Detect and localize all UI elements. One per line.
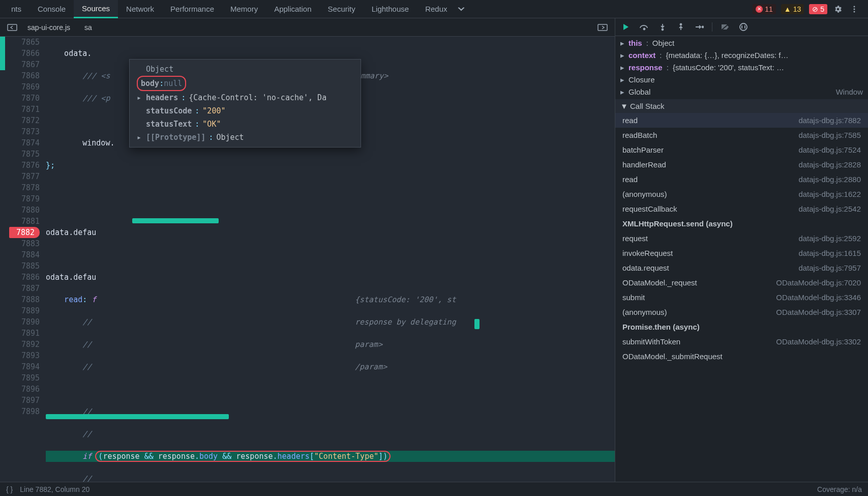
teal-highlight (474, 319, 480, 329)
tab-redux[interactable]: Redux (417, 1, 455, 17)
pretty-print-icon[interactable]: { } (6, 485, 13, 493)
step-into-icon[interactable] (657, 21, 668, 33)
step-icon[interactable] (694, 21, 705, 33)
current-execution-line: if (response && response.body && respons… (46, 451, 615, 462)
debugger-side-panel: ▸this:Object ▸context:{metadata: {…}, re… (615, 18, 868, 482)
resume-icon[interactable] (620, 21, 632, 33)
line-number[interactable]: 7887 (0, 283, 40, 294)
more-tabs-icon[interactable] (456, 4, 467, 15)
tab-network[interactable]: Network (118, 1, 162, 17)
line-number[interactable]: 7893 (0, 350, 40, 361)
call-stack-frame[interactable]: requestCallbackdatajs-dbg.js:2542 (615, 201, 868, 216)
line-number[interactable]: 7889 (0, 305, 40, 316)
line-number[interactable]: 7871 (0, 104, 40, 115)
coverage-status: Coverage: n/a (817, 485, 862, 493)
call-stack-frame[interactable]: ODataModel._submitRequest (615, 349, 868, 364)
call-stack-frame[interactable]: (anonymous)datajs-dbg.js:1622 (615, 187, 868, 201)
line-number[interactable]: 7872 (0, 115, 40, 126)
scope-closure[interactable]: ▸Closure (615, 74, 868, 86)
error-count-badge[interactable]: ✕11 (753, 4, 776, 14)
line-number[interactable]: 7892 (0, 339, 40, 350)
line-number[interactable]: 7867 (0, 59, 40, 70)
call-stack-frame[interactable]: readdatajs-dbg.js:2880 (615, 172, 868, 187)
call-stack-frame[interactable]: handlerReaddatajs-dbg.js:2828 (615, 157, 868, 172)
settings-gear-icon[interactable] (832, 4, 844, 15)
line-number[interactable]: 7882 (9, 227, 40, 238)
line-number[interactable]: 7876 (0, 160, 40, 171)
svg-point-8 (702, 26, 704, 28)
nav-forward-icon[interactable] (594, 22, 611, 33)
call-stack-frame[interactable]: readdatajs-dbg.js:7882 (615, 113, 868, 128)
line-number[interactable]: 7869 (0, 81, 40, 93)
step-over-icon[interactable] (639, 21, 650, 33)
line-number[interactable]: 7898 (0, 406, 40, 417)
line-number[interactable]: 7886 (0, 272, 40, 283)
cursor-position: Line 7882, Column 20 (20, 485, 89, 493)
call-stack-frame[interactable]: ODataModel._requestODataModel-dbg.js:702… (615, 275, 868, 290)
call-stack-frame[interactable]: invokeRequestdatajs-dbg.js:1615 (615, 246, 868, 260)
svg-point-6 (662, 29, 664, 31)
debugger-controls (615, 18, 868, 36)
scope-this[interactable]: ▸this:Object (615, 37, 868, 49)
warning-count-badge[interactable]: ▲13 (781, 4, 804, 14)
line-number[interactable]: 7883 (0, 238, 40, 249)
scrollbar-horizontal[interactable] (46, 414, 229, 419)
step-out-icon[interactable] (675, 21, 686, 33)
line-number[interactable]: 7877 (0, 171, 40, 182)
tab-sources[interactable]: Sources (74, 0, 118, 18)
call-stack-frame[interactable]: batchParserdatajs-dbg.js:7524 (615, 142, 868, 157)
tab-console[interactable]: Console (29, 1, 74, 17)
teal-highlight (132, 218, 219, 223)
call-stack-frame[interactable]: submitWithTokenODataModel-dbg.js:3302 (615, 334, 868, 349)
call-stack-header[interactable]: ▼ Call Stack (615, 99, 868, 113)
line-number[interactable]: 7890 (0, 316, 40, 328)
code-editor[interactable]: 7865786678677868786978707871787278737874… (0, 37, 615, 482)
inline-hint: response by delegating (355, 316, 456, 328)
call-stack-frame[interactable]: readBatchdatajs-dbg.js:7585 (615, 128, 868, 142)
line-number[interactable]: 7888 (0, 294, 40, 305)
issues-count-badge[interactable]: ⊘5 (809, 4, 827, 14)
tab-memory[interactable]: Memory (222, 1, 266, 17)
line-number[interactable]: 7881 (0, 216, 40, 227)
tab-performance[interactable]: Performance (162, 1, 222, 17)
line-number[interactable]: 7866 (0, 48, 40, 59)
line-number[interactable]: 7885 (0, 260, 40, 272)
line-number[interactable]: 7878 (0, 182, 40, 193)
kebab-menu-icon[interactable] (849, 4, 860, 15)
line-number[interactable]: 7891 (0, 328, 40, 339)
svg-point-7 (680, 24, 682, 25)
line-number[interactable]: 7880 (0, 205, 40, 216)
call-stack-frame[interactable]: submitODataModel-dbg.js:3346 (615, 290, 868, 305)
tab-elements[interactable]: nts (3, 1, 29, 17)
line-number[interactable]: 7874 (0, 137, 40, 149)
tab-application[interactable]: Application (266, 1, 319, 17)
line-number[interactable]: 7896 (0, 384, 40, 395)
line-number[interactable]: 7879 (0, 193, 40, 205)
line-number[interactable]: 7894 (0, 361, 40, 372)
tab-lighthouse[interactable]: Lighthouse (364, 1, 417, 17)
line-number[interactable]: 7873 (0, 126, 40, 137)
devtools-tab-bar: nts Console Sources Network Performance … (0, 0, 868, 18)
object-tooltip[interactable]: Object body: null ▸headers: {Cache-Contr… (129, 59, 361, 148)
line-number[interactable]: 7895 (0, 372, 40, 384)
line-number[interactable]: 7884 (0, 249, 40, 260)
scope-global[interactable]: ▸GlobalWindow (615, 86, 868, 98)
tab-security[interactable]: Security (320, 1, 364, 17)
line-number[interactable]: 7870 (0, 93, 40, 104)
svg-point-9 (740, 23, 747, 31)
nav-back-icon[interactable] (4, 22, 20, 33)
line-number[interactable]: 7897 (0, 395, 40, 406)
call-stack-frame[interactable]: odata.requestdatajs-dbg.js:7957 (615, 260, 868, 275)
scope-context[interactable]: ▸context:{metadata: {…}, recognizeDates:… (615, 49, 868, 62)
file-tab-0[interactable]: sap-ui-core.js (20, 20, 77, 35)
line-number[interactable]: 7875 (0, 149, 40, 160)
deactivate-breakpoints-icon[interactable] (720, 21, 731, 33)
call-stack-frame[interactable]: (anonymous)ODataModel-dbg.js:3307 (615, 305, 868, 319)
pause-on-exceptions-icon[interactable] (738, 21, 749, 33)
scope-response[interactable]: ▸response:{statusCode: '200', statusText… (615, 62, 868, 74)
file-tab-1[interactable]: sa (77, 20, 99, 35)
line-number[interactable]: 7865 (0, 37, 40, 48)
line-number[interactable]: 7868 (0, 70, 40, 81)
call-stack-frame[interactable]: requestdatajs-dbg.js:2592 (615, 231, 868, 246)
scope-section: ▸this:Object ▸context:{metadata: {…}, re… (615, 36, 868, 99)
